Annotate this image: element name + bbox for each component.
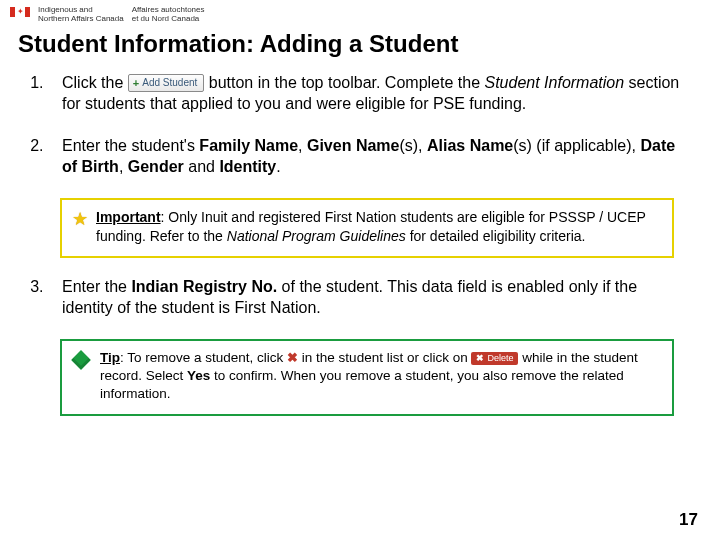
step-1-text-a: button in the top toolbar. Complete the <box>209 74 485 91</box>
step-3: Enter the Indian Registry No. of the stu… <box>48 276 680 319</box>
field-given-name: Given Name <box>307 137 399 154</box>
tip-yes: Yes <box>187 368 210 383</box>
field-registry-no: Indian Registry No. <box>131 278 277 295</box>
step-2-paren2: (s) (if applicable), <box>513 137 640 154</box>
important-guide: National Program Guidelines <box>227 228 406 244</box>
step-2-c1: , <box>298 137 307 154</box>
gov-header: ✦ Indigenous and Northern Affairs Canada… <box>0 0 720 26</box>
step-1-section-name: Student Information <box>484 74 624 91</box>
field-family-name: Family Name <box>199 137 298 154</box>
tip-label: Tip <box>100 350 120 365</box>
x-icon: ✖ <box>476 353 484 364</box>
delete-button[interactable]: ✖ Delete <box>471 352 518 365</box>
add-student-button[interactable]: + Add Student <box>128 74 204 92</box>
field-gender: Gender <box>128 158 184 175</box>
star-icon: ★ <box>72 210 88 228</box>
tip-b: in the student list or click on <box>302 350 472 365</box>
step-2-a: Enter the student's <box>62 137 199 154</box>
step-1-text-pre: Click the <box>62 74 128 91</box>
org-name-en: Indigenous and Northern Affairs Canada <box>38 6 124 24</box>
step-3-a: Enter the <box>62 278 131 295</box>
canada-flag-icon: ✦ <box>10 7 30 17</box>
important-callout: ★ Important: Only Inuit and registered F… <box>60 198 674 258</box>
page-title: Student Information: Adding a Student <box>18 30 720 58</box>
important-body: Important: Only Inuit and registered Fir… <box>96 208 662 246</box>
remove-x-icon[interactable]: ✖ <box>287 352 298 364</box>
instruction-list-cont: Enter the Indian Registry No. of the stu… <box>28 276 680 319</box>
step-2-paren1: (s), <box>399 137 427 154</box>
org-name-fr: Affaires autochtones et du Nord Canada <box>132 6 205 24</box>
add-student-label: Add Student <box>142 77 197 89</box>
step-2: Enter the student's Family Name, Given N… <box>48 135 680 178</box>
step-2-c2: , <box>119 158 128 175</box>
field-alias-name: Alias Name <box>427 137 513 154</box>
delete-label: Delete <box>487 353 513 364</box>
instruction-list: Click the + Add Student button in the to… <box>28 72 680 178</box>
tip-body: Tip: To remove a student, click ✖ in the… <box>100 349 662 404</box>
tip-a: : To remove a student, click <box>120 350 287 365</box>
step-2-end: . <box>276 158 280 175</box>
step-1: Click the + Add Student button in the to… <box>48 72 680 115</box>
important-label: Important <box>96 209 161 225</box>
diamond-icon <box>71 350 91 370</box>
tip-callout: Tip: To remove a student, click ✖ in the… <box>60 339 674 416</box>
field-identity: Identity <box>219 158 276 175</box>
page-number: 17 <box>679 510 698 530</box>
step-2-and: and <box>184 158 220 175</box>
important-text-b: for detailed eligibility criteria. <box>406 228 586 244</box>
plus-icon: + <box>133 77 139 89</box>
